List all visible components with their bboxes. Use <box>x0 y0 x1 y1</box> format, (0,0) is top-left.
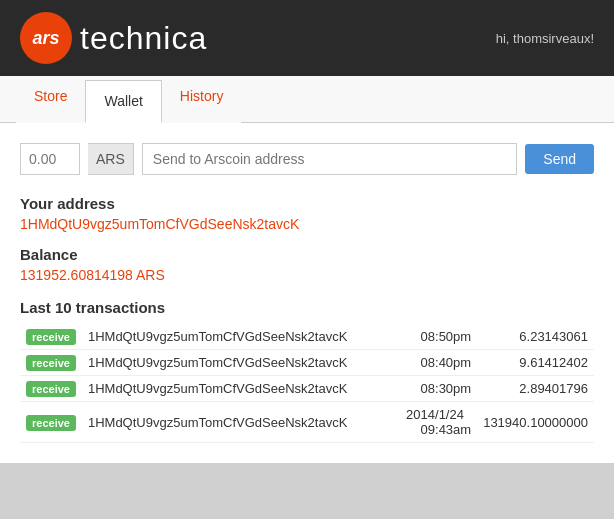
logo-site-name: technica <box>80 20 207 57</box>
table-row: receive 1HMdQtU9vgz5umTomCfVGdSeeNsk2tav… <box>20 402 594 443</box>
transactions-section: Last 10 transactions receive 1HMdQtU9vgz… <box>20 299 594 443</box>
tx-datetime: 08:30pm <box>353 376 477 402</box>
tx-address: 1HMdQtU9vgz5umTomCfVGdSeeNsk2tavcK <box>82 350 353 376</box>
logo-circle: ars <box>20 12 72 64</box>
tx-badge: receive <box>26 355 76 371</box>
balance-value: 131952.60814198 ARS <box>20 267 594 283</box>
tx-address: 1HMdQtU9vgz5umTomCfVGdSeeNsk2tavcK <box>82 402 353 443</box>
tx-type: receive <box>20 376 82 402</box>
transactions-table: receive 1HMdQtU9vgz5umTomCfVGdSeeNsk2tav… <box>20 324 594 443</box>
tab-history[interactable]: History <box>162 76 242 123</box>
your-address-value: 1HMdQtU9vgz5umTomCfVGdSeeNsk2tavcK <box>20 216 594 232</box>
send-button[interactable]: Send <box>525 144 594 174</box>
transactions-label: Last 10 transactions <box>20 299 594 316</box>
currency-badge: ARS <box>88 143 134 175</box>
tab-wallet[interactable]: Wallet <box>85 80 161 123</box>
tx-type: receive <box>20 324 82 350</box>
balance-label: Balance <box>20 246 594 263</box>
tx-datetime: 08:50pm <box>353 324 477 350</box>
tx-datetime: 2014/1/24 09:43am <box>353 402 477 443</box>
balance-section: Balance 131952.60814198 ARS <box>20 246 594 283</box>
tx-datetime: 08:40pm <box>353 350 477 376</box>
tab-store[interactable]: Store <box>16 76 85 123</box>
tx-type: receive <box>20 402 82 443</box>
nav-tabs: Store Wallet History <box>0 76 614 123</box>
tx-amount: 9.61412402 <box>477 350 594 376</box>
tx-amount: 131940.10000000 <box>477 402 594 443</box>
tx-badge: receive <box>26 381 76 397</box>
main-content: ARS Send Your address 1HMdQtU9vgz5umTomC… <box>0 123 614 463</box>
logo-ars: ars <box>32 28 59 49</box>
send-row: ARS Send <box>20 143 594 175</box>
table-row: receive 1HMdQtU9vgz5umTomCfVGdSeeNsk2tav… <box>20 324 594 350</box>
amount-input[interactable] <box>20 143 80 175</box>
tx-badge: receive <box>26 415 76 431</box>
logo: ars technica <box>20 12 207 64</box>
tx-type: receive <box>20 350 82 376</box>
your-address-label: Your address <box>20 195 594 212</box>
tx-amount: 2.89401796 <box>477 376 594 402</box>
your-address-section: Your address 1HMdQtU9vgz5umTomCfVGdSeeNs… <box>20 195 594 232</box>
tx-address: 1HMdQtU9vgz5umTomCfVGdSeeNsk2tavcK <box>82 324 353 350</box>
table-row: receive 1HMdQtU9vgz5umTomCfVGdSeeNsk2tav… <box>20 376 594 402</box>
user-greeting: hi, thomsirveaux! <box>496 31 594 46</box>
table-row: receive 1HMdQtU9vgz5umTomCfVGdSeeNsk2tav… <box>20 350 594 376</box>
tx-amount: 6.23143061 <box>477 324 594 350</box>
tx-badge: receive <box>26 329 76 345</box>
tx-address: 1HMdQtU9vgz5umTomCfVGdSeeNsk2tavcK <box>82 376 353 402</box>
address-input[interactable] <box>142 143 518 175</box>
header: ars technica hi, thomsirveaux! <box>0 0 614 76</box>
